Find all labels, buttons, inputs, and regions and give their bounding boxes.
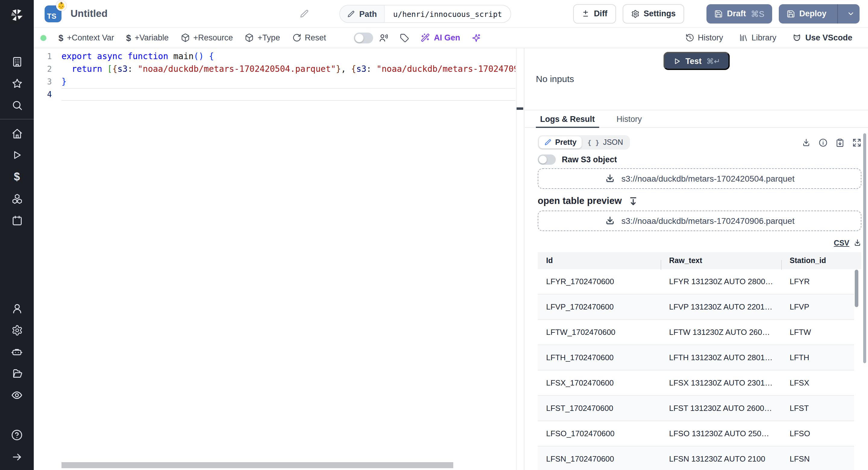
line-number: 1: [34, 50, 61, 63]
result-view-row: Pretty { } JSON: [538, 135, 861, 150]
topbar-actions: Diff Settings Draft ⌘S: [573, 4, 860, 23]
use-vscode-label: Use VScode: [805, 33, 852, 42]
windmill-logo-icon[interactable]: [9, 5, 25, 25]
s3-file-download-1[interactable]: s3://noaa/duckdb/metars-1702420504.parqu…: [538, 168, 861, 189]
download-icon: [802, 138, 811, 147]
table-row[interactable]: LFST_1702470600LFST 131230Z AUTO 2600…LF…: [538, 396, 854, 421]
code-editor[interactable]: 1234 export async function main() { retu…: [34, 48, 524, 470]
sidebar-expand-button[interactable]: [0, 446, 34, 468]
add-type-button[interactable]: +Type: [239, 28, 286, 48]
multiplayer-users-button[interactable]: [373, 28, 394, 48]
raw-s3-toggle[interactable]: [538, 154, 556, 165]
sidebar-item-workers[interactable]: [0, 341, 34, 362]
json-view-button[interactable]: { } JSON: [582, 136, 628, 148]
draft-button[interactable]: Draft ⌘S: [707, 4, 772, 23]
table-cell: LFTH: [781, 353, 854, 362]
deploy-dropdown-button[interactable]: [842, 10, 860, 18]
sidebar-item-resources[interactable]: [0, 188, 34, 209]
pretty-view-button[interactable]: Pretty: [539, 136, 582, 148]
sidebar-item-users[interactable]: [0, 297, 34, 319]
tag-button[interactable]: [394, 28, 415, 48]
table-cell: LFTW_1702470600: [538, 328, 661, 337]
code-line[interactable]: }: [61, 76, 516, 88]
table-row[interactable]: LFTW_1702470600LFTW 131230Z AUTO 260…LFT…: [538, 320, 854, 345]
add-resource-button[interactable]: +Resource: [175, 28, 239, 48]
sidebar-item-search[interactable]: [0, 94, 34, 116]
eye-icon: [11, 389, 23, 401]
table-row[interactable]: LFYR_1702470600LFYR 131230Z AUTO 2800…LF…: [538, 269, 854, 294]
draft-shortcut: ⌘S: [751, 9, 764, 19]
code-line[interactable]: return [{s3: "noaa/duckdb/metars-1702420…: [61, 63, 516, 76]
tab-logs-result[interactable]: Logs & Result: [536, 110, 599, 127]
table-row[interactable]: LFTH_1702470600LFTH 131230Z AUTO 2801…LF…: [538, 345, 854, 371]
library-button[interactable]: Library: [733, 33, 782, 42]
column-header-station-id[interactable]: Station_id: [781, 257, 861, 265]
open-table-preview-row[interactable]: open table preview: [538, 195, 861, 207]
sidebar-item-schedules[interactable]: [0, 209, 34, 231]
sidebar-item-home[interactable]: [0, 122, 34, 144]
save-icon: [714, 9, 723, 18]
result-info-button[interactable]: [818, 138, 828, 147]
pen-icon: [544, 139, 552, 146]
panel-scrollbar[interactable]: [863, 133, 866, 363]
add-context-var-button[interactable]: $ +Context Var: [53, 28, 120, 48]
tab-history[interactable]: History: [613, 110, 646, 127]
s3-file-download-2[interactable]: s3://noaa/duckdb/metars-1702470906.parqu…: [538, 211, 861, 231]
path-input[interactable]: Path u/henri/innocuous_script: [339, 5, 511, 23]
csv-link[interactable]: CSV: [834, 239, 849, 247]
code-line[interactable]: [61, 88, 516, 101]
multiplayer-toggle[interactable]: [354, 32, 373, 43]
sidebar-item-folders[interactable]: [0, 362, 34, 384]
column-header-id[interactable]: Id: [538, 257, 661, 265]
sidebar-item-favorites[interactable]: [0, 72, 34, 94]
code-line[interactable]: export async function main() {: [61, 50, 516, 63]
sidebar-item-workspace[interactable]: [0, 51, 34, 72]
sidebar-item-settings[interactable]: [0, 319, 34, 341]
test-button[interactable]: Test ⌘↵: [663, 52, 730, 70]
column-header-raw-text[interactable]: Raw_text: [661, 257, 781, 265]
reset-button[interactable]: Reset: [286, 28, 332, 48]
line-number: 2: [34, 63, 61, 76]
wand-icon: [421, 33, 430, 42]
library-label: Library: [751, 33, 776, 42]
ai-sparkles-button[interactable]: [466, 28, 487, 48]
table-row[interactable]: LFVP_1702470600LFVP 131230Z AUTO 2201…LF…: [538, 294, 854, 320]
cursor-position-marker: [517, 108, 523, 110]
edit-summary-icon[interactable]: [300, 9, 309, 19]
table-scrollbar[interactable]: [855, 270, 858, 307]
expand-result-button[interactable]: [852, 138, 861, 147]
history-icon: [685, 33, 694, 42]
download-result-button[interactable]: [802, 138, 811, 147]
result-tabs: Logs & Result History: [525, 110, 868, 128]
table-row[interactable]: LFSX_1702470600LFSX 131230Z AUTO 2301…LF…: [538, 371, 854, 396]
test-shortcut: ⌘↵: [707, 56, 720, 65]
history-button[interactable]: History: [679, 33, 729, 42]
arrow-right-icon: [11, 451, 23, 463]
table-row[interactable]: LFSN_1702470600LFSN 131230Z AUTO 2100LFS…: [538, 446, 854, 470]
deploy-button[interactable]: Deploy: [779, 4, 860, 23]
table-row[interactable]: LFSO_1702470600LFSO 131230Z AUTO 250…LFS…: [538, 421, 854, 446]
robot-icon: [11, 346, 23, 358]
pencil-icon: [347, 10, 355, 18]
csv-download-button[interactable]: [854, 239, 861, 247]
ai-gen-button[interactable]: AI Gen: [415, 28, 466, 48]
copy-result-button[interactable]: [835, 138, 844, 147]
sidebar-item-audit[interactable]: [0, 384, 34, 406]
sidebar-item-variables[interactable]: $: [0, 166, 34, 188]
sidebar-item-help[interactable]: [0, 424, 34, 446]
table-cell: LFTH 131230Z AUTO 2801…: [661, 353, 781, 362]
settings-button[interactable]: Settings: [622, 4, 684, 23]
dollar-icon: $: [59, 33, 63, 42]
editor-code[interactable]: export async function main() { return [{…: [61, 50, 516, 101]
script-title: Untitled: [70, 8, 107, 19]
path-value[interactable]: u/henri/innocuous_script: [385, 5, 510, 22]
editor-horizontal-scrollbar[interactable]: [61, 462, 453, 468]
sidebar-item-runs[interactable]: [0, 144, 34, 166]
sparkles-icon: [472, 33, 481, 42]
s3-link-2: s3://noaa/duckdb/metars-1702470906.parqu…: [621, 216, 795, 226]
diff-button[interactable]: Diff: [573, 4, 616, 23]
line-number: 3: [34, 76, 61, 88]
add-variable-button[interactable]: $ +Variable: [120, 28, 175, 48]
use-vscode-button[interactable]: Use VScode: [786, 33, 858, 42]
user-voice-icon: [378, 33, 389, 43]
